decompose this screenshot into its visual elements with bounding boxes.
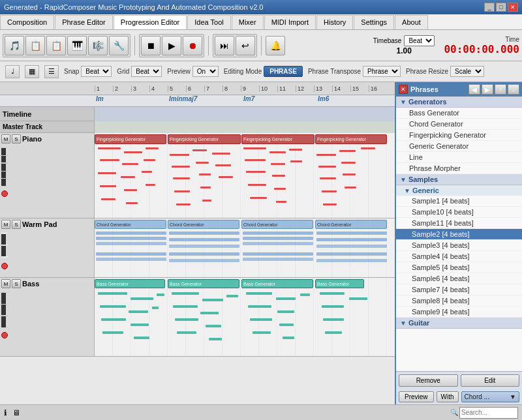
- timebase-label: Timebase: [373, 37, 402, 44]
- warm-pad-mute-btn[interactable]: M: [1, 220, 10, 229]
- search-input[interactable]: [459, 407, 518, 419]
- sample8-item[interactable]: Sample8 [4 beats]: [396, 295, 522, 307]
- generic-generator-item[interactable]: Generic Generator: [396, 141, 522, 152]
- grid-view-btn[interactable]: ▦: [25, 65, 39, 78]
- phrase-mode-button[interactable]: PHRASE: [264, 66, 303, 77]
- grid-select[interactable]: Beat: [131, 66, 162, 77]
- status-icon-1[interactable]: ℹ: [4, 408, 7, 417]
- warm-pad-notes: [95, 218, 395, 277]
- piano-mute-btn[interactable]: M: [1, 134, 10, 143]
- tab-idea-tool[interactable]: Idea Tool: [187, 15, 230, 29]
- fingerpicking-generator-item[interactable]: Fingerpicking Generator: [396, 130, 522, 141]
- tracks-area: 1 2 3 4 5 6 7 8 9 10 11 12 13 14 15 16 I…: [0, 82, 395, 404]
- record-button[interactable]: ⏺: [183, 36, 202, 55]
- ruler-mark-10: 10: [259, 85, 277, 92]
- piano-label: Piano: [22, 135, 42, 143]
- stop-button[interactable]: ⏹: [141, 36, 161, 55]
- with-button[interactable]: With: [437, 391, 459, 402]
- maximize-button[interactable]: □: [496, 3, 506, 12]
- tab-settings[interactable]: Settings: [354, 15, 394, 29]
- sample4-item[interactable]: Sample4 [4 beats]: [396, 251, 522, 262]
- piano-track-header: M S Piano: [0, 133, 95, 218]
- toolbar-btn-2[interactable]: 📋: [25, 36, 45, 55]
- phrase-transpose-select[interactable]: Phrase: [363, 66, 401, 77]
- tab-progression-editor[interactable]: Progression Editor: [114, 15, 187, 29]
- bass-solo-btn[interactable]: S: [12, 279, 21, 288]
- status-icon-2[interactable]: 🖥: [12, 408, 20, 417]
- panel-nav-left[interactable]: ◀: [468, 84, 480, 95]
- toolbar-btn-1[interactable]: 🎵: [5, 36, 24, 55]
- toolbar-btn-6[interactable]: 🔧: [109, 36, 129, 55]
- chord-dropdown-button[interactable]: Chord ... ▼: [461, 391, 519, 402]
- phrase-resize-select[interactable]: Scale: [450, 66, 484, 77]
- sample9-item[interactable]: Sample9 [4 beats]: [396, 307, 522, 318]
- timeline-row: Timeline: [0, 107, 395, 121]
- sample7-item[interactable]: Sample7 [4 beats]: [396, 284, 522, 295]
- minimize-button[interactable]: _: [484, 3, 495, 12]
- chord-generator-item[interactable]: Chord Generator: [396, 119, 522, 130]
- search-icon: 🔍: [450, 409, 458, 416]
- sample6-item[interactable]: Sample6 [4 beats]: [396, 273, 522, 284]
- preview-select[interactable]: On: [192, 66, 219, 77]
- panel-nav-down[interactable]: ↓: [508, 84, 519, 95]
- bass-generator-item[interactable]: Bass Generator: [396, 108, 522, 119]
- tab-about[interactable]: About: [395, 15, 428, 29]
- tab-midi-import[interactable]: MIDI Import: [264, 15, 316, 29]
- warm-pad-content[interactable]: Chord Generator Chord Generator Chord Ge…: [95, 218, 395, 277]
- tracks-scroll[interactable]: Timeline Master Track M S: [0, 107, 395, 404]
- skip-button[interactable]: ⏭: [215, 36, 234, 55]
- panel-close-btn[interactable]: ✕: [399, 85, 408, 94]
- sample11-item[interactable]: Sample11 [4 beats]: [396, 218, 522, 229]
- toolbar-btn-3[interactable]: 📋: [46, 36, 66, 55]
- list-view-btn[interactable]: ☰: [44, 65, 59, 78]
- sample1-item[interactable]: Sample1 [4 beats]: [396, 196, 522, 207]
- tab-mixer[interactable]: Mixer: [232, 15, 264, 29]
- tab-composition[interactable]: Composition: [0, 15, 54, 29]
- ruler-mark-8: 8: [223, 85, 241, 92]
- toolbar-btn-5[interactable]: 🎼: [88, 36, 108, 55]
- piano-track-content[interactable]: Fingerpicking Generator Fingerpicking Ge…: [95, 133, 395, 218]
- close-button[interactable]: ✕: [508, 3, 518, 12]
- preview-group: Preview On: [167, 66, 219, 77]
- metronome-button[interactable]: 🔔: [266, 36, 285, 55]
- toolbar-btn-4[interactable]: 🎹: [67, 36, 87, 55]
- preview-label: Preview: [167, 68, 191, 75]
- time-value: 00:00:00.000: [444, 43, 519, 55]
- status-bar: ℹ 🖥 🔍: [0, 404, 522, 420]
- undo-button[interactable]: ↩: [236, 36, 255, 55]
- panel-nav-up[interactable]: ↑: [495, 84, 506, 95]
- tab-phrase-editor[interactable]: Phrase Editor: [55, 15, 113, 29]
- chord-label-im: Im: [96, 95, 104, 102]
- bass-mute-btn[interactable]: M: [1, 279, 10, 288]
- preview-button[interactable]: Preview: [399, 391, 434, 402]
- warm-pad-solo-btn[interactable]: S: [12, 220, 21, 229]
- tab-history[interactable]: History: [316, 15, 353, 29]
- guitar-group-header[interactable]: ▼ Guitar: [396, 318, 522, 329]
- samples-group-header[interactable]: ▼ Samples: [396, 174, 522, 185]
- panel-nav-right[interactable]: ▶: [482, 84, 493, 95]
- edit-button[interactable]: Edit: [461, 374, 520, 387]
- phrase-morpher-item[interactable]: Phrase Morpher: [396, 163, 522, 174]
- snap-select[interactable]: Beat: [81, 66, 112, 77]
- piano-track-row: M S Piano: [0, 133, 395, 218]
- note-icon-btn[interactable]: ♩: [5, 65, 20, 78]
- line-item[interactable]: Line: [396, 152, 522, 163]
- sample3-item[interactable]: Sample3 [4 beats]: [396, 240, 522, 251]
- chord-label-im7: Im7: [243, 95, 254, 102]
- bass-content[interactable]: Bass Generator Bass Generator Bass Gener…: [95, 278, 395, 356]
- warm-pad-rec-indicator: [1, 263, 8, 269]
- window-controls[interactable]: _ □ ✕: [484, 3, 518, 12]
- toolbar-sep-2: [208, 36, 209, 55]
- transport-group: ⏹ ▶ ⏺: [139, 34, 204, 57]
- timebase-select[interactable]: Beat: [404, 35, 435, 46]
- panel-nav-controls: ◀ ▶ ↑ ↓: [468, 84, 519, 95]
- play-button[interactable]: ▶: [162, 36, 181, 55]
- sample5-item[interactable]: Sample5 [4 beats]: [396, 262, 522, 273]
- piano-solo-btn[interactable]: S: [12, 134, 21, 143]
- guitar-expand-icon: ▼: [400, 320, 407, 327]
- sample2-item[interactable]: Sample2 [4 beats]: [396, 229, 522, 240]
- remove-button[interactable]: Remove: [399, 374, 458, 387]
- generators-group-header[interactable]: ▼ Generators: [396, 97, 522, 108]
- generic-subgroup[interactable]: ▼ Generic: [396, 185, 522, 196]
- sample10-item[interactable]: Sample10 [4 beats]: [396, 207, 522, 218]
